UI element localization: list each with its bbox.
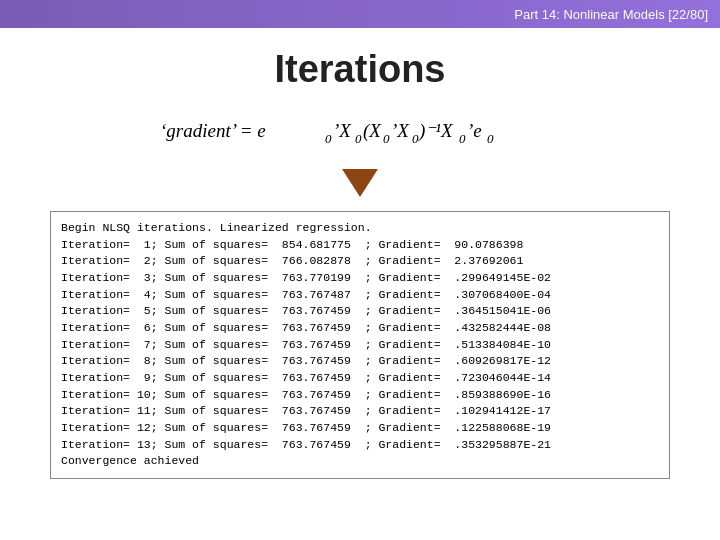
main-content: Iterations ‘gradient’ = e 0 ’X 0 (X 0 ’X… <box>0 28 720 499</box>
svg-text:0: 0 <box>325 131 332 146</box>
svg-text:’X: ’X <box>333 120 352 141</box>
formula-svg: ‘gradient’ = e 0 ’X 0 (X 0 ’X 0 )⁻¹X 0 ’… <box>150 109 570 151</box>
svg-text:’X: ’X <box>391 120 410 141</box>
svg-text:0: 0 <box>383 131 390 146</box>
svg-text:0: 0 <box>459 131 466 146</box>
iteration-output: Begin NLSQ iterations. Linearized regres… <box>50 211 670 479</box>
svg-text:0: 0 <box>355 131 362 146</box>
svg-text:’e: ’e <box>467 120 482 141</box>
svg-text:‘gradient’ = e: ‘gradient’ = e <box>160 120 266 141</box>
svg-text:(X: (X <box>363 120 382 142</box>
top-bar: Part 14: Nonlinear Models [22/80] <box>0 0 720 28</box>
svg-text:0: 0 <box>487 131 494 146</box>
page-title: Iterations <box>40 48 680 91</box>
arrow-wrapper <box>342 169 378 197</box>
slide-info: Part 14: Nonlinear Models [22/80] <box>514 7 708 22</box>
formula-area: ‘gradient’ = e 0 ’X 0 (X 0 ’X 0 )⁻¹X 0 ’… <box>40 109 680 151</box>
arrow-down-indicator <box>40 169 680 197</box>
arrow-head <box>342 169 378 197</box>
svg-text:0: 0 <box>412 131 419 146</box>
svg-text:)⁻¹X: )⁻¹X <box>418 120 454 142</box>
